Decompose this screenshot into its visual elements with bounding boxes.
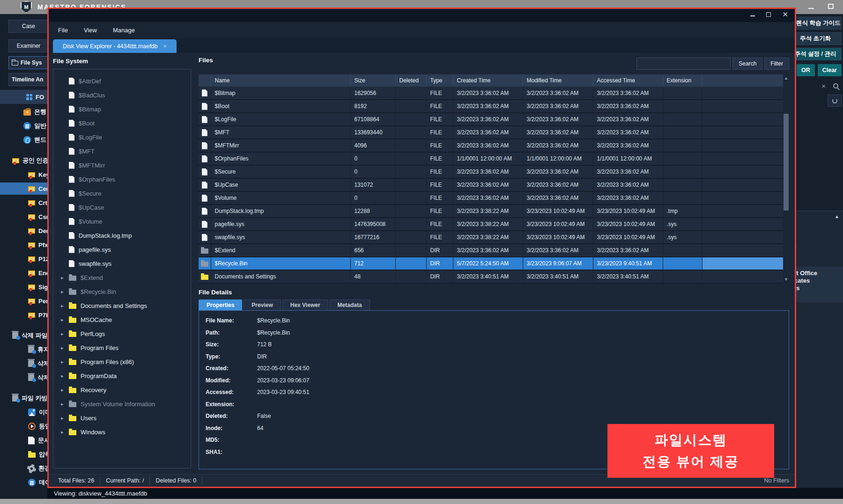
col-icon[interactable] bbox=[199, 74, 211, 87]
tree-item[interactable]: $Volume bbox=[59, 214, 191, 228]
timeline-button[interactable]: Timeline An bbox=[8, 73, 52, 86]
table-row[interactable]: $Recycle.Bin 712 DIR 5/7/2022 5:24:50 AM… bbox=[199, 257, 783, 270]
col-created[interactable]: Created Time bbox=[453, 74, 523, 87]
tree-item[interactable]: $MFTMirr bbox=[59, 158, 191, 172]
annotation-button[interactable]: 주석 초기화 bbox=[789, 32, 842, 45]
filter-button[interactable]: Filter bbox=[764, 58, 789, 70]
tree-item[interactable]: ▸ Recovery bbox=[59, 383, 191, 397]
sidebar-item[interactable]: FO bbox=[0, 90, 52, 104]
table-row[interactable]: $OrphanFiles 0 FILE 1/1/0001 12:00:00 AM… bbox=[199, 152, 783, 165]
tree-item[interactable]: $LogFile bbox=[59, 130, 191, 144]
tree-item[interactable]: $Boot bbox=[59, 116, 191, 130]
table-row[interactable]: $Secure 0 FILE 3/2/2023 3:36:02 AM 3/2/2… bbox=[199, 165, 783, 178]
sidebar-item[interactable]: Sign bbox=[0, 281, 52, 293]
table-row[interactable]: $Volume 0 FILE 3/2/2023 3:36:02 AM 3/2/2… bbox=[199, 191, 783, 205]
col-size[interactable]: Size bbox=[350, 74, 395, 87]
sidebar-item[interactable]: Pem bbox=[0, 295, 52, 307]
refresh-button[interactable] bbox=[828, 95, 842, 107]
sidebar-item[interactable]: P12 bbox=[0, 253, 52, 265]
tree-item[interactable]: $BadClus bbox=[59, 88, 191, 102]
filesystem-button[interactable]: File Sys bbox=[8, 56, 52, 69]
tree-item[interactable]: $Bitmap bbox=[59, 102, 191, 116]
sidebar-item[interactable]: 은행 bbox=[0, 106, 52, 118]
tree-item[interactable]: $AttrDef bbox=[59, 74, 191, 88]
tree-item[interactable]: $UpCase bbox=[59, 200, 191, 214]
sidebar-item[interactable]: Pfx bbox=[0, 239, 52, 251]
tab-close-icon[interactable]: × bbox=[163, 43, 167, 50]
tree-item[interactable]: $OrphanFiles bbox=[59, 172, 191, 186]
table-row[interactable]: $Extend 656 DIR 3/2/2023 3:36:02 AM 3/2/… bbox=[199, 244, 783, 257]
tree-item[interactable]: ▸ Program Files (x86) bbox=[59, 355, 191, 369]
details-tab[interactable]: Preview bbox=[244, 299, 281, 310]
tree-item[interactable]: ▸ Windows bbox=[59, 425, 191, 439]
annotation-button[interactable]: 주석 설정 / 관리 bbox=[789, 48, 842, 60]
tab-disk-view-explorer[interactable]: Disk View Explorer - 4434tttt.maefdb × bbox=[53, 39, 177, 53]
sidebar-item[interactable]: Enc bbox=[0, 267, 52, 279]
tree-item[interactable]: ▸ $Extend bbox=[59, 270, 191, 285]
expand-arrow-icon[interactable]: ▸ bbox=[60, 317, 65, 323]
expand-arrow-icon[interactable]: ▸ bbox=[60, 289, 65, 295]
expand-arrow-icon[interactable]: ▸ bbox=[60, 359, 65, 365]
expand-arrow-icon[interactable]: ▸ bbox=[60, 387, 65, 393]
sidebar-item[interactable]: 핸드 bbox=[0, 134, 52, 146]
details-tab[interactable]: Hex Viewer bbox=[282, 299, 328, 310]
sidebar-item[interactable]: 데이 bbox=[0, 476, 52, 489]
sidebar-item[interactable]: 이미지 bbox=[0, 406, 52, 418]
search-icon[interactable] bbox=[833, 83, 838, 88]
expand-arrow-icon[interactable]: ▸ bbox=[60, 275, 65, 281]
expand-arrow-icon[interactable]: ▸ bbox=[60, 345, 65, 351]
expand-arrow-icon[interactable]: ▸ bbox=[60, 303, 65, 309]
case-button[interactable]: Case bbox=[8, 20, 49, 33]
dialog-close-icon[interactable]: ✕ bbox=[782, 12, 788, 17]
table-row[interactable]: pagefile.sys 1476395008 FILE 3/2/2023 3:… bbox=[199, 218, 783, 231]
search-input[interactable] bbox=[636, 58, 731, 70]
sidebar-item[interactable]: Key bbox=[0, 168, 52, 181]
sidebar-item[interactable]: 공인 인증 bbox=[0, 154, 52, 167]
col-name[interactable]: Name bbox=[211, 74, 350, 87]
table-row[interactable]: $MFTMirr 4096 FILE 3/2/2023 3:36:02 AM 3… bbox=[199, 139, 783, 152]
tree-item[interactable]: ▸ Program Files bbox=[59, 341, 191, 355]
tree-item[interactable]: pagefile.sys bbox=[59, 242, 191, 256]
menu-item[interactable]: File bbox=[58, 27, 68, 34]
expand-arrow-icon[interactable]: ▸ bbox=[60, 401, 65, 407]
sidebar-item[interactable]: 동영상 bbox=[0, 420, 52, 432]
logic-button[interactable]: OR bbox=[797, 64, 815, 76]
col-accessed[interactable]: Accessed Time bbox=[593, 74, 663, 87]
table-row[interactable]: $LogFile 67108864 FILE 3/2/2023 3:36:02 … bbox=[199, 113, 783, 126]
tree-item[interactable]: $MFT bbox=[59, 144, 191, 158]
examiner-button[interactable]: Examiner bbox=[8, 39, 49, 52]
sidebar-item[interactable]: Csr bbox=[0, 211, 52, 223]
tree-item[interactable]: $Secure bbox=[59, 186, 191, 200]
details-tab[interactable]: Metadata bbox=[330, 299, 370, 310]
sidebar-item[interactable]: 파일 카빙 bbox=[0, 392, 52, 404]
col-deleted[interactable]: Deleted bbox=[395, 74, 426, 87]
sidebar-item[interactable]: 압축 bbox=[0, 448, 52, 460]
table-row[interactable]: $UpCase 131072 FILE 3/2/2023 3:36:02 AM … bbox=[199, 178, 783, 191]
scroll-down-icon[interactable]: ▼ bbox=[783, 277, 789, 282]
search-button[interactable]: Search bbox=[732, 58, 762, 70]
sidebar-item[interactable]: 삭제 bbox=[0, 372, 52, 384]
sidebar-item[interactable]: Der bbox=[0, 225, 52, 237]
table-scrollbar[interactable]: ▲ ▼ bbox=[783, 74, 789, 283]
expand-arrow-icon[interactable]: ▸ bbox=[60, 373, 65, 379]
col-extension[interactable]: Extension bbox=[663, 74, 702, 87]
sidebar-item[interactable]: P7b bbox=[0, 309, 52, 321]
sidebar-item[interactable]: 문서 bbox=[0, 434, 52, 446]
table-row[interactable]: $Boot 8192 FILE 3/2/2023 3:36:02 AM 3/2/… bbox=[199, 100, 783, 113]
clear-search-icon[interactable]: × bbox=[821, 82, 826, 90]
logic-button[interactable]: Clear bbox=[818, 64, 842, 76]
expand-arrow-icon[interactable]: ▸ bbox=[60, 429, 65, 435]
details-tab[interactable]: Properties bbox=[199, 299, 242, 310]
annotation-button[interactable]: 포렌식 학습 가이드 bbox=[789, 17, 842, 29]
tree-item[interactable]: ▸ $Recycle.Bin bbox=[59, 285, 191, 299]
sidebar-item[interactable]: Cer bbox=[0, 183, 52, 195]
table-row[interactable]: swapfile.sys 16777216 FILE 3/2/2023 3:38… bbox=[199, 231, 783, 244]
sidebar-item[interactable]: 삭제 파일 bbox=[0, 329, 52, 342]
table-row[interactable]: DumpStack.log.tmp 12288 FILE 3/2/2023 3:… bbox=[199, 205, 783, 218]
dialog-minimize-icon[interactable] bbox=[750, 13, 755, 16]
expand-arrow-icon[interactable]: ▸ bbox=[60, 415, 65, 421]
maximize-icon[interactable] bbox=[828, 4, 834, 9]
col-type[interactable]: Type bbox=[426, 74, 453, 87]
sidebar-item[interactable]: 일반 bbox=[0, 120, 52, 132]
minimize-icon[interactable] bbox=[808, 4, 814, 9]
